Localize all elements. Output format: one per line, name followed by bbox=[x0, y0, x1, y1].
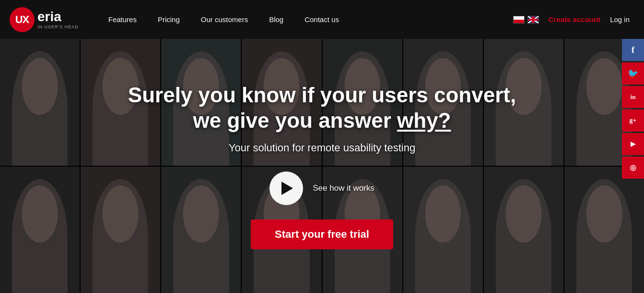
logo-tagline: IN USER'S HEAD bbox=[37, 24, 79, 29]
flag-en-icon[interactable] bbox=[527, 16, 539, 24]
see-how-label: See how it works bbox=[313, 183, 375, 193]
face-cell bbox=[0, 167, 80, 293]
youtube-icon: ▶ bbox=[631, 140, 635, 148]
googleplus-button[interactable]: g+ bbox=[622, 110, 644, 132]
logo[interactable]: UX eria IN USER'S HEAD bbox=[10, 7, 79, 32]
face-cell bbox=[564, 167, 644, 293]
headline-line2: we give you answer why? bbox=[193, 109, 451, 132]
googleplus-icon: g+ bbox=[630, 117, 637, 124]
hero-headline: Surely you know if your users convert, w… bbox=[128, 83, 516, 134]
play-video-button[interactable] bbox=[269, 171, 303, 205]
nav-item-our-customers[interactable]: Our customers bbox=[190, 0, 258, 39]
nav-right: Create account Log in bbox=[513, 15, 634, 24]
linkedin-button[interactable]: in bbox=[622, 86, 644, 108]
social-sidebar: f 🐦 in g+ ▶ ◎ bbox=[622, 39, 644, 179]
hero-actions: See how it works bbox=[128, 171, 516, 205]
facebook-icon: f bbox=[632, 45, 634, 55]
navbar: UX eria IN USER'S HEAD Features Pricing … bbox=[0, 0, 644, 39]
logo-eria: eria bbox=[37, 10, 79, 24]
nav-links: Features Pricing Our customers Blog Cont… bbox=[98, 0, 513, 39]
linkedin-icon: in bbox=[631, 93, 636, 101]
youtube-button[interactable]: ▶ bbox=[622, 133, 644, 155]
hero-subheadline: Your solution for remote usability testi… bbox=[128, 142, 516, 154]
logo-ux: UX bbox=[15, 13, 29, 26]
hero-content: Surely you know if your users convert, w… bbox=[118, 83, 526, 250]
play-icon bbox=[281, 182, 293, 195]
twitter-icon: 🐦 bbox=[628, 68, 638, 79]
start-trial-button[interactable]: Start your free trial bbox=[251, 220, 393, 249]
flag-pl-icon[interactable] bbox=[513, 16, 525, 24]
twitter-button[interactable]: 🐦 bbox=[622, 62, 644, 85]
face-cell bbox=[0, 39, 80, 166]
headline-line1: Surely you know if your users convert, bbox=[128, 83, 516, 107]
language-selector bbox=[513, 16, 539, 24]
nav-item-features[interactable]: Features bbox=[98, 0, 147, 39]
headline-why: why? bbox=[397, 109, 451, 132]
instagram-button[interactable]: ◎ bbox=[622, 157, 644, 179]
instagram-icon: ◎ bbox=[630, 163, 636, 172]
login-button[interactable]: Log in bbox=[605, 15, 634, 24]
facebook-button[interactable]: f bbox=[622, 39, 644, 61]
create-account-button[interactable]: Create account bbox=[549, 15, 600, 24]
nav-item-blog[interactable]: Blog bbox=[258, 0, 294, 39]
hero-section: Surely you know if your users convert, w… bbox=[0, 39, 644, 293]
nav-item-contact[interactable]: Contact us bbox=[294, 0, 350, 39]
nav-item-pricing[interactable]: Pricing bbox=[147, 0, 190, 39]
